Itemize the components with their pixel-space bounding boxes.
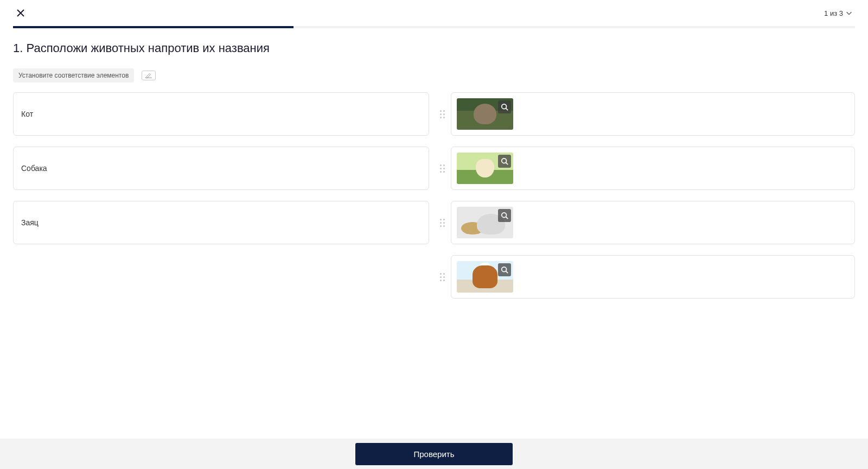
hare-image (457, 98, 513, 130)
drag-handle-icon[interactable] (439, 219, 445, 227)
drop-slot[interactable]: Заяц (13, 201, 429, 244)
image-card (451, 255, 855, 299)
svg-point-3 (502, 267, 507, 272)
magnifier-icon (501, 212, 508, 219)
draw-tool-button[interactable] (142, 71, 156, 80)
main: 1. Расположи животных напротив их назван… (0, 28, 868, 312)
chevron-down-icon (845, 9, 853, 17)
left-column: Кот Собака Заяц (13, 92, 429, 299)
drag-handle-icon[interactable] (439, 273, 445, 281)
matching-columns: Кот Собака Заяц (13, 92, 855, 299)
drag-handle-icon[interactable] (439, 164, 445, 173)
svg-point-0 (502, 104, 507, 109)
zoom-button[interactable] (498, 155, 511, 168)
magnifier-icon (501, 103, 508, 111)
question-hint: Установите соответствие элементов (13, 68, 134, 83)
cow-image (457, 261, 513, 293)
slot-label: Кот (21, 110, 33, 118)
header: 1 из 3 (0, 0, 868, 26)
image-card (451, 201, 855, 244)
drop-slot[interactable]: Кот (13, 92, 429, 136)
slot-label: Собака (21, 164, 47, 173)
svg-point-1 (502, 159, 507, 163)
dog-image (457, 153, 513, 184)
drop-slot[interactable]: Собака (13, 147, 429, 190)
magnifier-icon (501, 266, 508, 274)
image-card (451, 147, 855, 190)
draggable-item[interactable] (439, 201, 855, 244)
cat-image (457, 207, 513, 238)
drag-handle-icon[interactable] (439, 110, 445, 118)
zoom-button[interactable] (498, 100, 511, 113)
slot-label: Заяц (21, 218, 39, 227)
pencil-icon (145, 72, 152, 79)
zoom-button[interactable] (498, 263, 511, 276)
draggable-item[interactable] (439, 92, 855, 136)
close-icon (16, 9, 25, 17)
pager-label: 1 из 3 (824, 9, 843, 17)
image-card (451, 92, 855, 136)
meta-row: Установите соответствие элементов (13, 68, 855, 83)
zoom-button[interactable] (498, 209, 511, 222)
magnifier-icon (501, 157, 508, 165)
draggable-item[interactable] (439, 147, 855, 190)
question-title: 1. Расположи животных напротив их назван… (13, 41, 855, 55)
draggable-item[interactable] (439, 255, 855, 299)
right-column (439, 92, 855, 299)
svg-point-2 (502, 213, 507, 218)
pager[interactable]: 1 из 3 (824, 9, 853, 17)
close-button[interactable] (13, 5, 28, 21)
